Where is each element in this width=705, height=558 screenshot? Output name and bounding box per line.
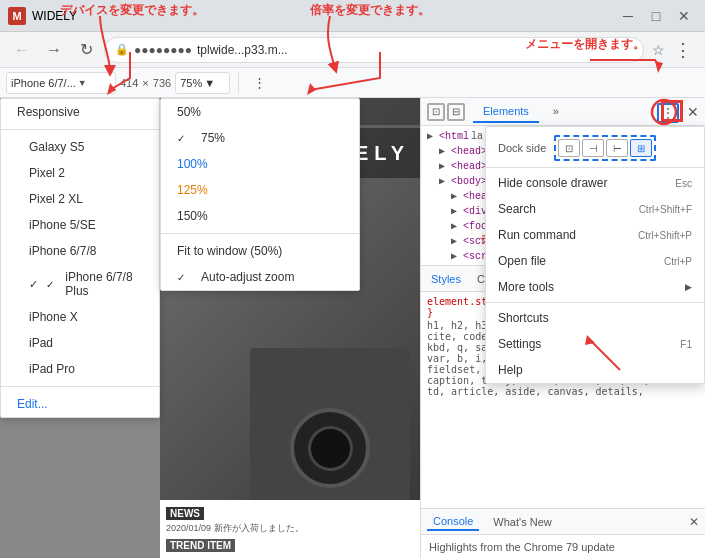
menu-divider bbox=[486, 167, 704, 168]
dock-side-section: Dock side ⊡ ⊣ ⊢ ⊞ bbox=[486, 127, 704, 165]
dropdown-arrow-icon: ▼ bbox=[78, 78, 87, 88]
iphonex-option[interactable]: iPhone X bbox=[1, 304, 159, 330]
tab-more[interactable]: » bbox=[543, 101, 569, 123]
more-button[interactable]: ⋮ bbox=[669, 36, 697, 64]
zoom-75[interactable]: ✓75% bbox=[161, 125, 359, 151]
run-command-item[interactable]: Run command Ctrl+Shift+P bbox=[486, 222, 704, 248]
forward-button[interactable]: → bbox=[40, 36, 68, 64]
zoom-label: 75% bbox=[180, 77, 202, 89]
tab-styles[interactable]: Styles bbox=[427, 271, 465, 287]
devtools-bar: iPhone 6/7/... ▼ 414 × 736 75% ▼ ⋮ bbox=[0, 68, 705, 98]
trend-label: TREND ITEM bbox=[166, 539, 235, 552]
height-value: 736 bbox=[153, 77, 171, 89]
dock-bottom-button[interactable]: ⊢ bbox=[606, 139, 628, 157]
dock-separate-button[interactable]: ⊡ bbox=[558, 139, 580, 157]
zoom-150[interactable]: 150% bbox=[161, 203, 359, 229]
news-date: 2020/01/09 新作が入荷しました。 bbox=[166, 522, 414, 535]
address-bar[interactable]: 🔒 ●●●●●●●● tplwide...p33.m... bbox=[104, 37, 644, 63]
titlebar: M WIDELY ─ □ ✕ bbox=[0, 0, 705, 32]
auto-adjust[interactable]: ✓Auto-adjust zoom bbox=[161, 264, 359, 290]
divider bbox=[1, 129, 159, 130]
shortcuts-item[interactable]: Shortcuts bbox=[486, 305, 704, 331]
width-value: 414 bbox=[120, 77, 138, 89]
tab-console[interactable]: Console bbox=[427, 513, 479, 531]
galaxy-s5-option[interactable]: Galaxy S5 bbox=[1, 134, 159, 160]
style-rule: td, article, aside, canvas, details, bbox=[427, 386, 699, 397]
highlights-text: Highlights from the Chrome 79 update bbox=[429, 541, 615, 553]
devtools-header: ⊡ ⊟ Elements » ⋮ ✕ Dock side bbox=[421, 98, 705, 126]
three-dots-button[interactable]: ⋮ bbox=[657, 103, 679, 123]
app-title: WIDELY bbox=[32, 9, 77, 23]
address-prefix: ●●●●●●●● bbox=[134, 43, 192, 57]
news-label: NEWS bbox=[166, 507, 204, 520]
maximize-button[interactable]: □ bbox=[643, 3, 669, 29]
devtools-more-button[interactable]: ⋮ bbox=[657, 104, 679, 120]
device-toggle-button[interactable]: ⊟ bbox=[447, 103, 465, 121]
zoom-select[interactable]: 75% ▼ bbox=[175, 72, 230, 94]
responsive-option[interactable]: Responsive bbox=[1, 99, 159, 125]
iphone678-option[interactable]: iPhone 6/7/8 bbox=[1, 238, 159, 264]
device-dropdown: Responsive Galaxy S5 Pixel 2 Pixel 2 XL … bbox=[0, 98, 160, 418]
dock-side-label: Dock side bbox=[498, 142, 546, 154]
news-section: NEWS 2020/01/09 新作が入荷しました。 TREND ITEM bbox=[160, 500, 420, 558]
zoom-arrow-icon: ▼ bbox=[204, 77, 215, 89]
inspect-button[interactable]: ⊡ bbox=[427, 103, 445, 121]
reload-button[interactable]: ↻ bbox=[72, 36, 100, 64]
open-file-item[interactable]: Open file Ctrl+P bbox=[486, 248, 704, 274]
dimensions: 414 × 736 bbox=[120, 77, 171, 89]
minimize-button[interactable]: ─ bbox=[615, 3, 641, 29]
menu-divider2 bbox=[486, 302, 704, 303]
iphone5se-option[interactable]: iPhone 5/SE bbox=[1, 212, 159, 238]
zoom-divider bbox=[161, 233, 359, 234]
context-menu: Dock side ⊡ ⊣ ⊢ ⊞ Hide console drawer Es… bbox=[485, 126, 705, 384]
device-label: iPhone 6/7/... bbox=[11, 77, 76, 89]
dock-right-button[interactable]: ⊞ bbox=[630, 139, 652, 157]
zoom-100[interactable]: 100% bbox=[161, 151, 359, 177]
ipadpro-option[interactable]: iPad Pro bbox=[1, 356, 159, 382]
app-icon: M bbox=[8, 7, 26, 25]
console-bar: Console What's New ✕ bbox=[421, 508, 705, 534]
highlights-bar: Highlights from the Chrome 79 update bbox=[421, 534, 705, 558]
hide-console-item[interactable]: Hide console drawer Esc bbox=[486, 170, 704, 196]
bookmark-button[interactable]: ☆ bbox=[652, 42, 665, 58]
pixel2-option[interactable]: Pixel 2 bbox=[1, 160, 159, 186]
hero-text: ELY bbox=[355, 142, 410, 165]
preview-area: Responsive Galaxy S5 Pixel 2 Pixel 2 XL … bbox=[0, 98, 420, 558]
help-item[interactable]: Help bbox=[486, 357, 704, 383]
devtools-close-button[interactable]: ✕ bbox=[687, 104, 699, 120]
pixel2xl-option[interactable]: Pixel 2 XL bbox=[1, 186, 159, 212]
edit-option[interactable]: Edit... bbox=[1, 391, 159, 417]
device-select[interactable]: iPhone 6/7/... ▼ bbox=[6, 72, 116, 94]
lock-icon: 🔒 bbox=[115, 43, 129, 56]
separator bbox=[238, 73, 239, 93]
zoom-dropdown: 50% ✓75% 100% 125% 150% Fit to window (5… bbox=[160, 98, 360, 291]
ipad-option[interactable]: iPad bbox=[1, 330, 159, 356]
iphone678plus-option[interactable]: ✓iPhone 6/7/8 Plus bbox=[1, 264, 159, 304]
back-button[interactable]: ← bbox=[8, 36, 36, 64]
zoom-50[interactable]: 50% bbox=[161, 99, 359, 125]
dock-left-button[interactable]: ⊣ bbox=[582, 139, 604, 157]
fit-to-window[interactable]: Fit to window (50%) bbox=[161, 238, 359, 264]
devtools-panel: ⊡ ⊟ Elements » ⋮ ✕ Dock side bbox=[420, 98, 705, 558]
tab-elements[interactable]: Elements bbox=[473, 101, 539, 123]
camera-icon bbox=[290, 408, 370, 488]
navbar: ← → ↻ 🔒 ●●●●●●●● tplwide...p33.m... ☆ メニ… bbox=[0, 32, 705, 68]
console-close-button[interactable]: ✕ bbox=[689, 515, 699, 529]
tab-whats-new[interactable]: What's New bbox=[487, 514, 557, 530]
more-tools-item[interactable]: More tools bbox=[486, 274, 704, 300]
more-options-button[interactable]: ⋮ bbox=[247, 71, 271, 95]
divider2 bbox=[1, 386, 159, 387]
dock-options: ⊡ ⊣ ⊢ ⊞ bbox=[554, 135, 656, 161]
close-button[interactable]: ✕ bbox=[671, 3, 697, 29]
zoom-125[interactable]: 125% bbox=[161, 177, 359, 203]
search-item[interactable]: Search Ctrl+Shift+F bbox=[486, 196, 704, 222]
settings-item[interactable]: Settings F1 bbox=[486, 331, 704, 357]
address-domain: tplwide...p33.m... bbox=[197, 43, 288, 57]
